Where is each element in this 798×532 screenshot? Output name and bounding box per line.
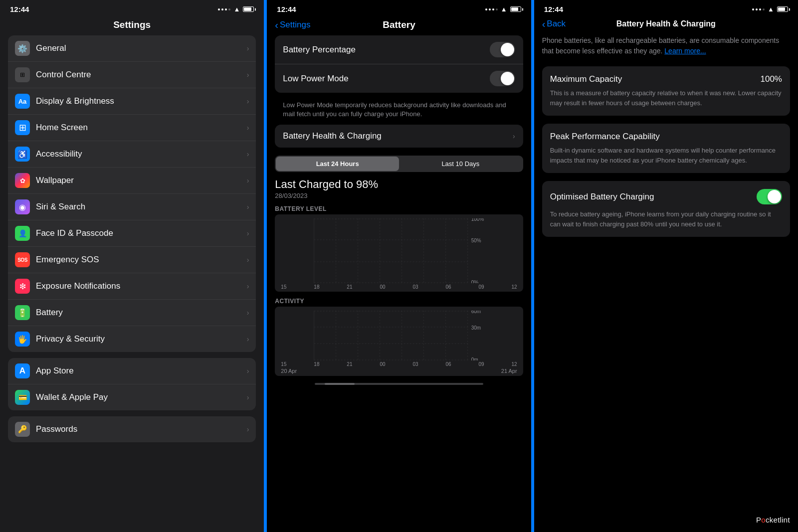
home-screen-label: Home Screen bbox=[36, 123, 247, 133]
status-bar-1: 12:44 ▲ bbox=[0, 0, 264, 16]
segment-10d[interactable]: Last 10 Days bbox=[399, 157, 522, 171]
optimised-charging-toggle[interactable] bbox=[757, 189, 782, 204]
status-icons-2: ▲ bbox=[485, 5, 521, 13]
home-screen-icon: ⊞ bbox=[15, 120, 30, 135]
battery-icon-2 bbox=[510, 6, 521, 12]
time-3: 12:44 bbox=[544, 5, 563, 13]
bh-back-button[interactable]: ‹ Back bbox=[542, 19, 566, 29]
accessibility-icon: ♿ bbox=[15, 147, 30, 162]
battery-nav: ‹ Settings Battery bbox=[267, 16, 531, 35]
max-capacity-value: 100% bbox=[761, 74, 782, 84]
bh-learn-more-link[interactable]: Learn more... bbox=[664, 47, 706, 55]
accessibility-chevron: › bbox=[247, 150, 249, 158]
low-power-row[interactable]: Low Power Mode bbox=[275, 64, 523, 93]
battery-back-button[interactable]: ‹ Settings bbox=[275, 20, 310, 30]
battery-x-00: 00 bbox=[380, 284, 385, 290]
battery-x-06: 06 bbox=[445, 284, 451, 290]
battery-scroll-bar bbox=[315, 383, 483, 385]
wallpaper-chevron: › bbox=[247, 177, 249, 184]
passwords-chevron: › bbox=[247, 425, 249, 433]
settings-list[interactable]: ⚙️ General › ⊞ Control Centre › Aa Displ… bbox=[0, 35, 264, 532]
exposure-icon: ❇ bbox=[15, 279, 30, 294]
activity-chart: 60m 30m 0m 15 18 21 00 03 06 09 12 20 A bbox=[275, 307, 523, 376]
battery-percentage-row[interactable]: Battery Percentage bbox=[275, 35, 523, 64]
battery-chevron: › bbox=[247, 309, 249, 317]
wallet-chevron: › bbox=[247, 393, 249, 401]
general-icon: ⚙️ bbox=[15, 41, 30, 56]
battery-scroll-thumb bbox=[325, 383, 355, 385]
settings-item-exposure[interactable]: ❇ Exposure Notifications › bbox=[8, 273, 256, 300]
low-power-description: Low Power Mode temporarily reduces backg… bbox=[275, 97, 523, 125]
general-label: General bbox=[36, 43, 247, 53]
face-id-icon: 👤 bbox=[15, 226, 30, 241]
settings-item-privacy[interactable]: 🖐 Privacy & Security › bbox=[8, 326, 256, 352]
signal-dots-2 bbox=[485, 8, 498, 10]
peak-perf-card: Peak Performance Capability Built-in dyn… bbox=[542, 124, 790, 173]
settings-item-accessibility[interactable]: ♿ Accessibility › bbox=[8, 141, 256, 168]
settings-item-home-screen[interactable]: ⊞ Home Screen › bbox=[8, 115, 256, 141]
battery-percentage-toggle[interactable] bbox=[490, 42, 515, 57]
settings-item-emergency-sos[interactable]: SOS Emergency SOS › bbox=[8, 247, 256, 273]
optimised-charging-row[interactable]: Optimised Battery Charging bbox=[550, 189, 782, 204]
battery-health-panel: 12:44 ▲ ‹ Back Battery Health & Charging… bbox=[534, 0, 798, 532]
activity-x-12: 12 bbox=[511, 361, 517, 367]
bh-nav: ‹ Back Battery Health & Charging bbox=[534, 16, 798, 33]
battery-x-09: 09 bbox=[478, 284, 484, 290]
segment-24h[interactable]: Last 24 Hours bbox=[276, 157, 399, 171]
settings-item-passwords[interactable]: 🔑 Passwords › bbox=[8, 416, 256, 442]
battery-percentage-knob bbox=[501, 43, 514, 56]
wallpaper-label: Wallpaper bbox=[36, 176, 247, 185]
battery-icon-1 bbox=[243, 6, 254, 12]
app-store-label: App Store bbox=[36, 366, 247, 376]
battery-x-12: 12 bbox=[511, 284, 517, 290]
app-store-icon: A bbox=[15, 363, 30, 378]
optimised-charging-label: Optimised Battery Charging bbox=[550, 192, 757, 202]
battery-health-row[interactable]: Battery Health & Charging › bbox=[275, 125, 523, 148]
max-capacity-header: Maximum Capacity 100% bbox=[550, 74, 782, 84]
exposure-label: Exposure Notifications bbox=[36, 281, 247, 291]
svg-text:100%: 100% bbox=[471, 218, 484, 222]
bh-back-chevron-icon: ‹ bbox=[542, 19, 546, 29]
svg-text:0%: 0% bbox=[471, 280, 479, 283]
battery-health-chevron: › bbox=[513, 132, 515, 140]
settings-item-app-store[interactable]: A App Store › bbox=[8, 358, 256, 384]
battery-content[interactable]: Battery Percentage Low Power Mode Low Po… bbox=[267, 35, 531, 532]
battery-back-label: Settings bbox=[280, 20, 310, 30]
activity-label: ACTIVITY bbox=[275, 298, 523, 305]
settings-item-general[interactable]: ⚙️ General › bbox=[8, 35, 256, 62]
bh-back-label: Back bbox=[547, 19, 566, 29]
segment-control[interactable]: Last 24 Hours Last 10 Days bbox=[275, 156, 523, 172]
settings-apps-group: A App Store › 💳 Wallet & Apple Pay › bbox=[8, 358, 256, 410]
bh-intro-description: Phone batteries, like all rechargeable b… bbox=[542, 33, 790, 56]
emergency-sos-chevron: › bbox=[247, 256, 249, 264]
settings-item-display[interactable]: Aa Display & Brightness › bbox=[8, 88, 256, 115]
emergency-sos-icon: SOS bbox=[15, 252, 30, 267]
battery-title: Battery bbox=[383, 19, 415, 30]
display-icon: Aa bbox=[15, 94, 30, 109]
svg-text:60m: 60m bbox=[471, 311, 481, 314]
settings-item-face-id[interactable]: 👤 Face ID & Passcode › bbox=[8, 220, 256, 247]
settings-item-siri[interactable]: ◉ Siri & Search › bbox=[8, 194, 256, 220]
battery-icon-3 bbox=[777, 6, 788, 12]
last-charged-title: Last Charged to 98% bbox=[275, 178, 523, 191]
settings-item-control-centre[interactable]: ⊞ Control Centre › bbox=[8, 62, 256, 88]
low-power-toggle[interactable] bbox=[490, 71, 515, 86]
activity-svg: 60m 30m 0m bbox=[279, 311, 519, 360]
settings-item-battery[interactable]: 🔋 Battery › bbox=[8, 300, 256, 326]
exposure-chevron: › bbox=[247, 282, 249, 290]
battery-x-18: 18 bbox=[314, 284, 319, 290]
activity-x-06: 06 bbox=[445, 361, 451, 367]
peak-perf-title: Peak Performance Capability bbox=[550, 132, 782, 142]
optimised-charging-desc: To reduce battery ageing, iPhone learns … bbox=[550, 209, 782, 229]
control-centre-icon: ⊞ bbox=[15, 67, 30, 82]
settings-item-wallet[interactable]: 💳 Wallet & Apple Pay › bbox=[8, 384, 256, 410]
activity-x-00: 00 bbox=[380, 361, 385, 367]
general-chevron: › bbox=[247, 44, 249, 52]
activity-x-15: 15 bbox=[281, 361, 286, 367]
signal-dots-3 bbox=[752, 8, 765, 10]
peak-perf-desc: Built-in dynamic software and hardware s… bbox=[550, 146, 782, 165]
battery-health-label: Battery Health & Charging bbox=[283, 131, 513, 141]
activity-chart-section: ACTIVITY bbox=[275, 298, 523, 376]
settings-item-wallpaper[interactable]: ✿ Wallpaper › bbox=[8, 168, 256, 194]
last-charged-date: 28/03/2023 bbox=[275, 192, 523, 199]
